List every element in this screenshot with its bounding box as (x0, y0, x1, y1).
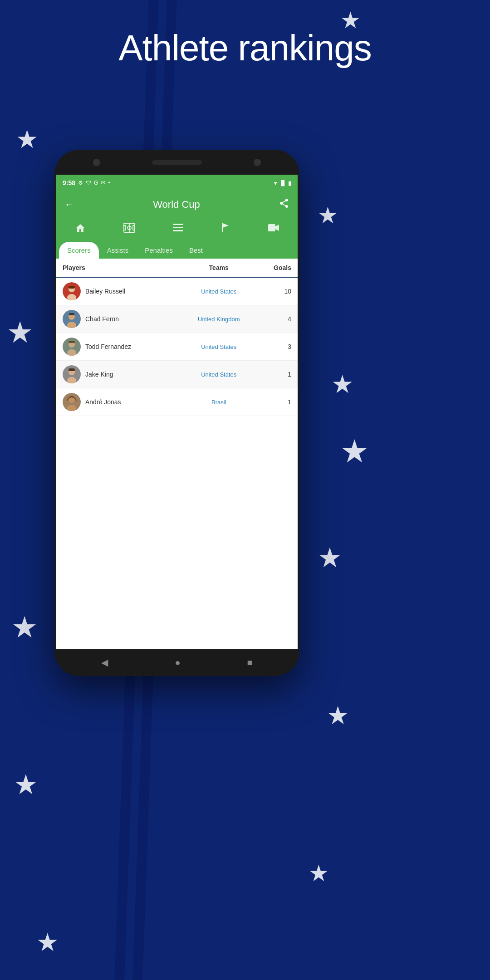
video-nav-icon[interactable] (268, 223, 279, 235)
scorers-table: Players Teams Goals Bailey Russell (56, 259, 298, 416)
phone-speaker (152, 160, 202, 165)
status-right: ▾ ▐▌ ▮ (274, 180, 291, 186)
tab-assists[interactable]: Assists (99, 242, 137, 259)
google-status-icon: G (94, 180, 98, 186)
team-name: United States (167, 371, 271, 378)
svg-rect-5 (173, 224, 183, 225)
player-name: Jake King (85, 371, 113, 378)
dot-status-icon: • (108, 180, 110, 186)
player-info: André Jonas (63, 393, 167, 411)
signal-icon: ▐▌ (279, 180, 286, 186)
page-title: Athlete rankings (0, 27, 490, 69)
status-time: 9:58 (63, 179, 75, 186)
svg-rect-6 (173, 227, 183, 228)
avatar (63, 393, 81, 411)
col-header-teams: Teams (167, 264, 271, 271)
table-row[interactable]: Todd Fernandez United States 3 (56, 333, 298, 361)
back-button[interactable]: ← (64, 199, 74, 211)
recent-nav-button[interactable]: ■ (247, 657, 252, 668)
table-row[interactable]: Jake King United States 1 (56, 361, 298, 388)
back-nav-button[interactable]: ◀ (101, 657, 108, 668)
table-header: Players Teams Goals (56, 259, 298, 278)
phone-screen: 9:58 ⚙ 🛡 G ✉ • ▾ ▐▌ ▮ ← World Cup (56, 175, 298, 649)
team-name: Brasil (167, 399, 271, 406)
field-nav-icon[interactable] (123, 223, 135, 235)
col-header-players: Players (63, 264, 167, 271)
mail-status-icon: ✉ (101, 180, 105, 186)
flag-nav-icon[interactable] (220, 223, 230, 235)
svg-rect-13 (69, 286, 75, 289)
phone-device: 9:58 ⚙ 🛡 G ✉ • ▾ ▐▌ ▮ ← World Cup (54, 150, 299, 676)
phone-top-bar (54, 150, 299, 175)
player-info: Jake King (63, 365, 167, 383)
goals-count: 1 (271, 398, 291, 406)
goals-count: 10 (271, 288, 291, 295)
app-bar: ← World Cup (56, 191, 298, 218)
team-name: United States (167, 288, 271, 295)
svg-rect-8 (222, 223, 223, 232)
goals-count: 1 (271, 371, 291, 378)
nav-icons-row (56, 218, 298, 242)
col-header-goals: Goals (271, 264, 291, 271)
table-row[interactable]: André Jonas Brasil 1 (56, 388, 298, 416)
phone-camera (93, 159, 100, 166)
svg-rect-21 (69, 341, 75, 343)
tab-scorers[interactable]: Scorers (59, 242, 99, 259)
player-name: Chad Feron (85, 315, 119, 323)
svg-rect-4 (133, 225, 135, 230)
status-left: 9:58 ⚙ 🛡 G ✉ • (63, 179, 110, 186)
player-info: Chad Feron (63, 310, 167, 328)
settings-status-icon: ⚙ (78, 180, 83, 186)
shield-status-icon: 🛡 (86, 180, 91, 186)
wifi-icon: ▾ (274, 180, 277, 186)
svg-rect-25 (69, 368, 75, 371)
phone-bottom-nav: ◀ ● ■ (54, 649, 299, 676)
share-button[interactable] (279, 198, 289, 211)
status-bar: 9:58 ⚙ 🛡 G ✉ • ▾ ▐▌ ▮ (56, 175, 298, 191)
home-nav-icon[interactable] (75, 223, 86, 235)
svg-rect-9 (268, 224, 275, 231)
tab-penalties[interactable]: Penalties (137, 242, 181, 259)
player-info: Bailey Russell (63, 282, 167, 300)
battery-icon: ▮ (288, 180, 291, 186)
team-name: United Kingdom (167, 316, 271, 323)
svg-rect-17 (69, 313, 74, 315)
player-name: Bailey Russell (85, 288, 125, 295)
avatar (63, 310, 81, 328)
player-name: André Jonas (85, 398, 121, 406)
svg-rect-3 (124, 225, 126, 230)
app-bar-title: World Cup (153, 199, 200, 211)
goals-count: 3 (271, 343, 291, 350)
team-name: United States (167, 343, 271, 350)
svg-rect-7 (173, 230, 183, 231)
avatar (63, 338, 81, 356)
phone-camera-2 (254, 159, 261, 166)
avatar (63, 282, 81, 300)
avatar (63, 365, 81, 383)
tab-best[interactable]: Best (181, 242, 211, 259)
tabs-row: Scorers Assists Penalties Best (56, 242, 298, 259)
home-nav-button[interactable]: ● (175, 657, 180, 668)
goals-count: 4 (271, 315, 291, 323)
table-row[interactable]: Bailey Russell United States 10 (56, 278, 298, 305)
table-row[interactable]: Chad Feron United Kingdom 4 (56, 305, 298, 333)
player-info: Todd Fernandez (63, 338, 167, 356)
list-nav-icon[interactable] (173, 223, 183, 235)
player-name: Todd Fernandez (85, 343, 131, 350)
